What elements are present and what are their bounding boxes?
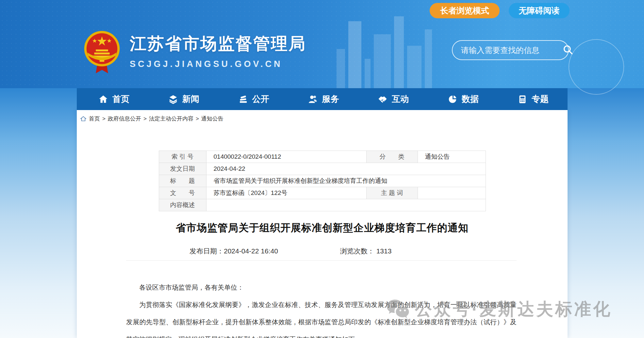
category-label: 分 类 bbox=[366, 151, 418, 163]
crumb-separator: > bbox=[196, 116, 199, 122]
nav-item-disclosure[interactable]: 公开 bbox=[238, 93, 269, 105]
breadcrumb: 首页 > 政府信息公开 > 法定主动公开内容 > 通知公告 bbox=[80, 115, 568, 122]
issue-date-label: 发文日期 bbox=[159, 163, 206, 175]
skyline-decoration bbox=[337, 13, 441, 88]
accessibility-buttons: 长者浏览模式 无障碍阅读 bbox=[430, 3, 570, 18]
table-row: 文 号 苏市监标函〔2024〕122号 主 题 词 bbox=[159, 187, 486, 199]
doc-number-value: 苏市监标函〔2024〕122号 bbox=[206, 187, 366, 199]
breadcrumb-home-icon bbox=[80, 116, 87, 122]
elder-mode-button[interactable]: 长者浏览模式 bbox=[430, 3, 500, 18]
nav-item-news[interactable]: 新闻 bbox=[168, 93, 199, 105]
nav-item-interaction[interactable]: 互动 bbox=[378, 93, 409, 105]
index-value: 01400022-0/2024-00112 bbox=[206, 151, 366, 163]
interaction-icon bbox=[378, 94, 388, 104]
article-meta: 发布日期：2024-04-22 16:40 浏览次数： 1313 bbox=[190, 247, 568, 256]
keywords-value bbox=[418, 187, 486, 199]
index-label: 索 引 号 bbox=[159, 151, 206, 163]
crumb-separator: > bbox=[102, 116, 106, 122]
crumb-home[interactable]: 首页 bbox=[89, 115, 100, 122]
doc-number-label: 文 号 bbox=[159, 187, 206, 199]
site-search bbox=[452, 40, 569, 60]
national-emblem-icon bbox=[83, 30, 121, 76]
view-count: 浏览次数： 1313 bbox=[340, 247, 392, 256]
crumb-separator: > bbox=[143, 116, 147, 122]
search-icon[interactable] bbox=[562, 44, 573, 56]
search-input[interactable] bbox=[461, 46, 562, 55]
site-url: SCJGJ.JIANGSU.GOV.CN bbox=[130, 59, 306, 69]
crumb-gov-info[interactable]: 政府信息公开 bbox=[108, 115, 141, 122]
site-logo[interactable]: 江苏省市场监督管理局 SCJGJ.JIANGSU.GOV.CN bbox=[83, 30, 306, 76]
doc-title-value: 省市场监管局关于组织开展标准创新型企业梯度培育工作的通知 bbox=[206, 175, 486, 187]
summary-value bbox=[206, 199, 486, 211]
table-row: 内容概述 bbox=[159, 199, 486, 211]
nav-item-data[interactable]: 数据 bbox=[448, 93, 479, 105]
nav-item-topics[interactable]: 专题 bbox=[518, 93, 549, 105]
circle-decoration bbox=[569, 39, 624, 95]
crumb-notices[interactable]: 通知公告 bbox=[201, 115, 223, 122]
summary-label: 内容概述 bbox=[159, 199, 206, 211]
topics-icon bbox=[518, 94, 527, 104]
site-name: 江苏省市场监督管理局 bbox=[130, 33, 306, 55]
publish-date: 发布日期：2024-04-22 16:40 bbox=[190, 247, 278, 256]
nav-item-service[interactable]: 服务 bbox=[308, 93, 339, 105]
keywords-label: 主 题 词 bbox=[366, 187, 418, 199]
salutation-paragraph: 各设区市市场监管局，各有关单位： bbox=[126, 279, 517, 296]
main-nav: 首页 新闻 公开 服务 互动 数据 bbox=[77, 88, 568, 110]
issue-date-value: 2024-04-22 bbox=[206, 163, 486, 175]
news-icon bbox=[168, 94, 178, 104]
meta-divider bbox=[126, 260, 517, 261]
wechat-icon bbox=[386, 298, 410, 320]
data-icon bbox=[448, 94, 457, 104]
service-icon bbox=[308, 94, 318, 104]
watermark: 公众号·麦斯达夫标准化 bbox=[386, 298, 612, 321]
site-banner: 长者浏览模式 无障碍阅读 江苏省市场监督管理局 SCJGJ.JIANGSU.GO… bbox=[0, 0, 644, 88]
table-row: 发文日期 2024-04-22 bbox=[159, 163, 486, 175]
watermark-text: 公众号·麦斯达夫标准化 bbox=[415, 298, 612, 321]
table-row: 索 引 号 01400022-0/2024-00112 分 类 通知公告 bbox=[159, 151, 486, 163]
doc-title-label: 标 题 bbox=[159, 175, 206, 187]
crumb-statutory[interactable]: 法定主动公开内容 bbox=[149, 115, 193, 122]
page-title: 省市场监管局关于组织开展标准创新型企业梯度培育工作的通知 bbox=[77, 221, 568, 235]
home-icon bbox=[98, 94, 108, 104]
nav-item-home[interactable]: 首页 bbox=[98, 93, 129, 105]
table-row: 标 题 省市场监管局关于组织开展标准创新型企业梯度培育工作的通知 bbox=[159, 175, 486, 187]
disclosure-icon bbox=[238, 94, 248, 104]
accessible-reading-button[interactable]: 无障碍阅读 bbox=[509, 3, 570, 18]
category-value: 通知公告 bbox=[418, 151, 486, 163]
doc-info-table: 索 引 号 01400022-0/2024-00112 分 类 通知公告 发文日… bbox=[159, 151, 486, 211]
